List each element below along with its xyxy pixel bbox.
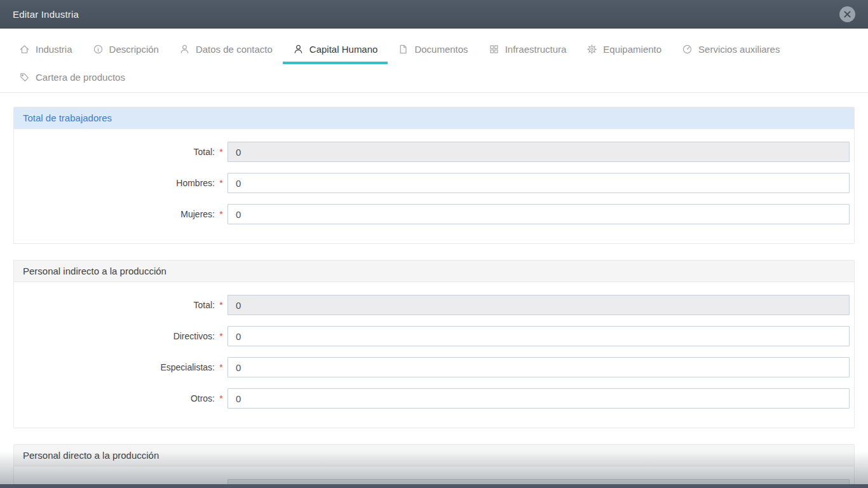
tab-label: Descripción <box>109 44 159 55</box>
form-row-total: Total: * <box>14 142 850 162</box>
document-icon <box>398 44 409 55</box>
modal-title: Editar Industria <box>13 9 79 20</box>
section-header: Total de trabajadores <box>14 107 854 129</box>
directivos-input[interactable] <box>227 326 850 346</box>
field-label: Otros: <box>14 393 215 403</box>
tab-documentos[interactable]: Documentos <box>388 36 478 64</box>
person-icon <box>179 44 190 55</box>
required-marker: * <box>215 209 227 219</box>
section-body: Total: * Directivos: * Especialistas: * … <box>14 282 854 428</box>
tab-cartera-de-productos[interactable]: Cartera de productos <box>9 64 135 92</box>
grid-icon <box>489 44 499 55</box>
total-indirecto-input <box>227 295 850 315</box>
tab-servicios-auxiliares[interactable]: Servicios auxiliares <box>672 36 790 64</box>
tab-label: Infraestructura <box>505 44 567 55</box>
modal-titlebar: Editar Industria <box>0 0 868 29</box>
form-row-mujeres: Mujeres: * <box>14 204 850 224</box>
gear-icon <box>587 44 597 55</box>
close-button[interactable] <box>839 6 855 22</box>
form-row-total: Total: * <box>14 295 850 315</box>
total-input <box>227 142 850 162</box>
form-row-directivos: Directivos: * <box>14 326 850 346</box>
section-personal-indirecto: Personal indirecto a la producción Total… <box>13 260 855 428</box>
hombres-input[interactable] <box>227 173 850 193</box>
tab-label: Industria <box>36 44 72 55</box>
form-row-hombres: Hombres: * <box>14 173 850 193</box>
close-icon <box>844 11 851 18</box>
person-icon <box>293 44 304 55</box>
section-header: Personal indirecto a la producción <box>14 261 854 282</box>
tab-label: Equipamiento <box>603 44 661 55</box>
field-label: Hombres: <box>14 178 215 188</box>
tab-label: Cartera de productos <box>36 72 125 83</box>
form-content: Total de trabajadores Total: * Hombres: … <box>0 93 868 488</box>
section-body: Total: * Hombres: * Mujeres: * <box>14 129 854 243</box>
tab-label: Datos de contacto <box>196 44 273 55</box>
especialistas-input[interactable] <box>227 357 850 377</box>
tab-label: Documentos <box>414 44 468 55</box>
tab-label: Capital Humano <box>309 44 378 55</box>
tab-datos-de-contacto[interactable]: Datos de contacto <box>169 36 283 64</box>
tag-icon <box>19 72 30 83</box>
section-header: Personal directo a la producción <box>14 445 854 466</box>
field-label: Total: <box>14 147 215 157</box>
mujeres-input[interactable] <box>227 204 850 224</box>
required-marker: * <box>215 300 227 310</box>
required-marker: * <box>215 331 227 341</box>
gauge-icon <box>682 44 693 55</box>
tab-descripcion[interactable]: Descripción <box>83 36 169 64</box>
section-total-de-trabajadores: Total de trabajadores Total: * Hombres: … <box>13 107 855 244</box>
tab-industria[interactable]: Industria <box>9 36 83 64</box>
tab-capital-humano[interactable]: Capital Humano <box>283 36 388 64</box>
home-icon <box>19 44 30 55</box>
field-label: Mujeres: <box>14 209 215 219</box>
tab-equipamiento[interactable]: Equipamiento <box>576 36 672 64</box>
field-label: Especialistas: <box>14 362 215 372</box>
form-row-otros: Otros: * <box>14 388 850 409</box>
tab-infraestructura[interactable]: Infraestructura <box>478 36 577 64</box>
field-label: Directivos: <box>14 331 215 341</box>
required-marker: * <box>215 178 227 188</box>
bottom-page-edge <box>0 484 868 488</box>
form-row-especialistas: Especialistas: * <box>14 357 850 377</box>
required-marker: * <box>215 147 227 157</box>
otros-input[interactable] <box>227 388 850 409</box>
tab-bar: Industria Descripción Datos de contacto … <box>0 29 868 93</box>
section-personal-directo: Personal directo a la producción Total: … <box>13 444 855 488</box>
info-icon <box>93 44 104 55</box>
required-marker: * <box>215 393 227 403</box>
required-marker: * <box>215 362 227 372</box>
tab-label: Servicios auxiliares <box>698 44 780 55</box>
field-label: Total: <box>14 300 215 310</box>
